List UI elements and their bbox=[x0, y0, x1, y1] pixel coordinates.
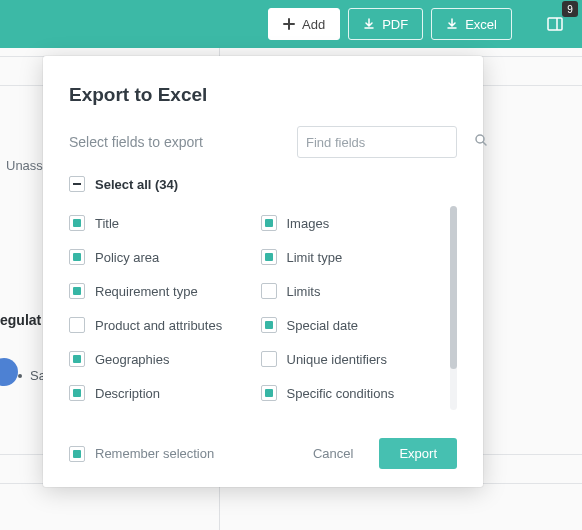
notification-badge: 9 bbox=[562, 1, 578, 17]
search-input[interactable] bbox=[306, 135, 474, 150]
field-row: Requirement type bbox=[69, 274, 255, 308]
field-label: Title bbox=[95, 216, 119, 231]
field-checkbox[interactable] bbox=[261, 215, 277, 231]
pdf-button-label: PDF bbox=[382, 17, 408, 32]
select-all-checkbox[interactable] bbox=[69, 176, 85, 192]
add-button[interactable]: Add bbox=[268, 8, 340, 40]
svg-rect-0 bbox=[548, 18, 562, 30]
panel-toggle-button[interactable]: 9 bbox=[538, 7, 572, 41]
top-toolbar: Add PDF Excel 9 bbox=[0, 0, 582, 48]
fields-grid: TitlePolicy areaRequirement typeProduct … bbox=[69, 206, 446, 410]
field-label: Images bbox=[287, 216, 330, 231]
scrollbar-thumb[interactable] bbox=[450, 206, 457, 369]
field-checkbox[interactable] bbox=[69, 351, 85, 367]
field-checkbox[interactable] bbox=[69, 283, 85, 299]
field-checkbox[interactable] bbox=[261, 385, 277, 401]
field-label: Description bbox=[95, 386, 160, 401]
field-checkbox[interactable] bbox=[69, 249, 85, 265]
svg-line-3 bbox=[483, 142, 486, 145]
panel-icon bbox=[546, 15, 564, 33]
field-row: Policy area bbox=[69, 240, 255, 274]
plus-icon bbox=[283, 18, 295, 30]
field-checkbox[interactable] bbox=[69, 385, 85, 401]
field-row: Title bbox=[69, 206, 255, 240]
field-label: Limit type bbox=[287, 250, 343, 265]
find-fields-search[interactable] bbox=[297, 126, 457, 158]
export-button[interactable]: Export bbox=[379, 438, 457, 469]
add-button-label: Add bbox=[302, 17, 325, 32]
field-row: Special date bbox=[261, 308, 447, 342]
field-checkbox[interactable] bbox=[261, 249, 277, 265]
field-checkbox[interactable] bbox=[261, 317, 277, 333]
field-row: Geographies bbox=[69, 342, 255, 376]
field-row: Limit type bbox=[261, 240, 447, 274]
modal-subtitle: Select fields to export bbox=[69, 134, 203, 150]
export-excel-modal: Export to Excel Select fields to export … bbox=[43, 56, 483, 487]
search-icon bbox=[474, 133, 488, 151]
modal-title: Export to Excel bbox=[69, 84, 457, 106]
select-all-label: Select all (34) bbox=[95, 177, 178, 192]
remember-selection-label: Remember selection bbox=[95, 446, 214, 461]
field-checkbox[interactable] bbox=[69, 317, 85, 333]
cancel-button[interactable]: Cancel bbox=[297, 438, 369, 469]
field-checkbox[interactable] bbox=[69, 215, 85, 231]
field-row: Unique identifiers bbox=[261, 342, 447, 376]
field-label: Policy area bbox=[95, 250, 159, 265]
field-label: Specific conditions bbox=[287, 386, 395, 401]
excel-button[interactable]: Excel bbox=[431, 8, 512, 40]
field-label: Requirement type bbox=[95, 284, 198, 299]
remember-selection-checkbox[interactable] bbox=[69, 446, 85, 462]
download-icon bbox=[446, 18, 458, 30]
field-checkbox[interactable] bbox=[261, 283, 277, 299]
scrollbar[interactable] bbox=[450, 206, 457, 410]
field-row: Product and attributes bbox=[69, 308, 255, 342]
field-row: Description bbox=[69, 376, 255, 410]
field-row: Images bbox=[261, 206, 447, 240]
field-row: Limits bbox=[261, 274, 447, 308]
field-label: Limits bbox=[287, 284, 321, 299]
excel-button-label: Excel bbox=[465, 17, 497, 32]
field-label: Geographies bbox=[95, 352, 169, 367]
pdf-button[interactable]: PDF bbox=[348, 8, 423, 40]
field-label: Special date bbox=[287, 318, 359, 333]
field-checkbox[interactable] bbox=[261, 351, 277, 367]
field-label: Product and attributes bbox=[95, 318, 222, 333]
field-label: Unique identifiers bbox=[287, 352, 387, 367]
field-row: Specific conditions bbox=[261, 376, 447, 410]
download-icon bbox=[363, 18, 375, 30]
